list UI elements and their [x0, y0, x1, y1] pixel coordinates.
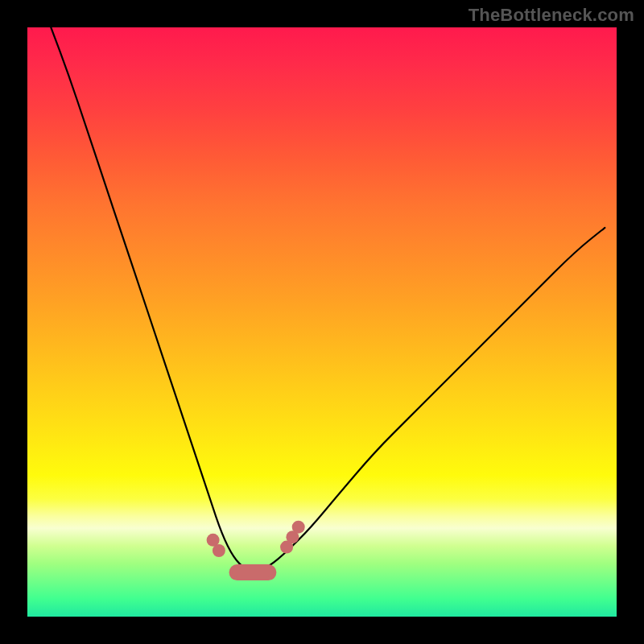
plot-area	[27, 27, 617, 617]
marker-dot	[292, 521, 305, 534]
chart-svg	[27, 27, 617, 617]
left-curve	[51, 27, 254, 572]
marker-flat-segment	[231, 566, 275, 579]
chart-container: TheBottleneck.com	[0, 0, 644, 644]
right-curve	[254, 228, 605, 572]
marker-dot	[213, 544, 225, 557]
watermark-text: TheBottleneck.com	[469, 5, 634, 26]
